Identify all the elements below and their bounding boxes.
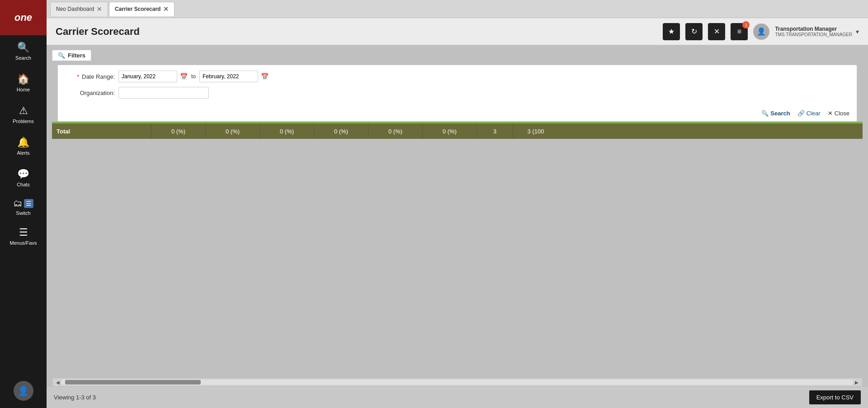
page-header: Carrier Scorecard ★ ↻ ✕ ≡ 1 👤 Transporta… xyxy=(47,18,868,45)
user-avatar-header: 👤 xyxy=(753,24,769,40)
refresh-button[interactable]: ↻ xyxy=(685,23,703,40)
tab-neo-dashboard[interactable]: Neo Dashboard ✕ xyxy=(50,2,108,16)
sidebar-label-home: Home xyxy=(17,87,30,92)
favorite-button[interactable]: ★ xyxy=(663,23,680,40)
refresh-icon: ↻ xyxy=(691,27,697,36)
sidebar-label-switch: Switch xyxy=(16,210,30,216)
total-col-6: 0 (%) xyxy=(423,123,477,139)
sidebar-label-alerts: Alerts xyxy=(17,150,29,156)
menu-icon: ☰ xyxy=(19,227,28,238)
logo-text: one xyxy=(14,12,32,24)
date-to-input[interactable] xyxy=(199,71,258,82)
scroll-track[interactable] xyxy=(61,380,853,385)
sidebar-item-search[interactable]: 🔍 Search xyxy=(0,35,47,67)
dropdown-arrow-icon[interactable]: ▾ xyxy=(856,28,859,35)
total-col-3: 0 (%) xyxy=(260,123,314,139)
sidebar-item-problems[interactable]: ⚠ Problems xyxy=(0,99,47,130)
chat-icon: 💬 xyxy=(17,168,29,180)
bell-icon: 🔔 xyxy=(17,137,29,148)
close-filter-icon: ✕ xyxy=(828,110,833,117)
calendar-from-icon[interactable]: 📅 xyxy=(180,73,188,80)
avatar-icon: 👤 xyxy=(18,385,29,396)
green-indicator-line xyxy=(52,122,863,123)
tab-neo-dashboard-close[interactable]: ✕ xyxy=(97,6,102,12)
warning-icon: ⚠ xyxy=(19,105,28,117)
close-icon: ✕ xyxy=(714,27,720,36)
calendar-to-icon[interactable]: 📅 xyxy=(261,73,269,80)
date-from-input[interactable] xyxy=(118,71,177,82)
date-range-row: * Date Range: 📅 to 📅 xyxy=(65,71,849,82)
horizontal-scrollbar[interactable]: ◀ ▶ xyxy=(52,378,863,387)
filter-panel: * Date Range: 📅 to 📅 Organization: xyxy=(57,65,857,122)
export-btn-label: Export to CSV xyxy=(816,394,854,401)
to-separator: to xyxy=(191,73,196,80)
required-indicator: * xyxy=(77,73,79,80)
viewing-count: Viewing 1-3 of 3 xyxy=(54,394,96,401)
home-icon: 🏠 xyxy=(17,73,29,85)
sidebar-item-alerts[interactable]: 🔔 Alerts xyxy=(0,130,47,162)
filter-tab-label: Filters xyxy=(68,52,85,59)
tab-carrier-scorecard-close[interactable]: ✕ xyxy=(163,6,169,12)
clear-btn-icon: 🔗 xyxy=(797,110,805,117)
total-col-5: 0 (%) xyxy=(368,123,423,139)
sidebar-item-switch[interactable]: 🗂 ☰ Switch xyxy=(0,194,47,220)
close-filter-button[interactable]: ✕ Close xyxy=(828,110,849,117)
sidebar-item-chats[interactable]: 💬 Chats xyxy=(0,162,47,194)
tab-neo-dashboard-label: Neo Dashboard xyxy=(56,6,94,12)
sidebar-item-menus[interactable]: ☰ Menus/Favs xyxy=(0,220,47,252)
user-info-section[interactable]: Transportation Manager TMS.TRANSPORTATIO… xyxy=(775,26,859,37)
total-count-cell: 3 xyxy=(477,123,513,139)
scroll-thumb[interactable] xyxy=(65,380,201,384)
date-from-group: 📅 xyxy=(118,71,188,82)
close-filter-label: Close xyxy=(835,110,849,117)
filter-search-icon: 🔍 xyxy=(58,52,65,59)
switch-list-icon: ☰ xyxy=(24,199,33,208)
tab-carrier-scorecard-label: Carrier Scorecard xyxy=(115,6,160,12)
sidebar-label-menus: Menus/Favs xyxy=(10,240,37,246)
total-label: Total xyxy=(57,128,70,135)
clear-btn-label: Clear xyxy=(807,110,821,117)
total-total-cell: 3 (100 xyxy=(513,123,558,139)
total-label-cell: Total xyxy=(52,123,151,139)
main-content: Neo Dashboard ✕ Carrier Scorecard ✕ Carr… xyxy=(47,0,868,408)
content-area: 🔍 Filters * Date Range: 📅 to xyxy=(47,45,868,408)
notifications-button[interactable]: ≡ 1 xyxy=(731,23,748,40)
organization-row: Organization: xyxy=(65,87,849,99)
user-name: Transportation Manager xyxy=(775,26,852,32)
table-total-row: Total 0 (%) 0 (%) 0 (%) 0 (%) 0 (%) 0 (%… xyxy=(52,123,863,139)
organization-label: Organization: xyxy=(65,90,115,96)
search-icon: 🔍 xyxy=(17,42,29,53)
total-col-1: 0 (%) xyxy=(151,123,206,139)
close-page-button[interactable]: ✕ xyxy=(708,23,725,40)
user-role: TMS.TRANSPORTATION_MANAGER xyxy=(775,32,852,37)
notification-badge: 1 xyxy=(742,21,750,28)
scroll-right-arrow[interactable]: ▶ xyxy=(853,380,860,385)
total-col-2: 0 (%) xyxy=(206,123,260,139)
search-btn-label: Search xyxy=(770,110,790,117)
empty-content-area xyxy=(52,139,863,378)
filter-container: 🔍 Filters * Date Range: 📅 to xyxy=(52,50,863,122)
scroll-left-arrow[interactable]: ◀ xyxy=(54,380,61,385)
tab-bar: Neo Dashboard ✕ Carrier Scorecard ✕ xyxy=(47,0,868,18)
search-btn-icon: 🔍 xyxy=(761,110,769,117)
date-to-group: 📅 xyxy=(199,71,269,82)
clear-button[interactable]: 🔗 Clear xyxy=(797,110,821,117)
filter-actions: 🔍 Search 🔗 Clear ✕ Close xyxy=(761,110,849,117)
sidebar-item-home[interactable]: 🏠 Home xyxy=(0,67,47,99)
sidebar: one 🔍 Search 🏠 Home ⚠ Problems 🔔 Alerts … xyxy=(0,0,47,408)
app-logo[interactable]: one xyxy=(0,0,47,35)
switch-icons: 🗂 ☰ xyxy=(13,198,33,209)
star-icon: ★ xyxy=(668,27,675,36)
page-title: Carrier Scorecard xyxy=(56,26,657,38)
user-avatar-sidebar[interactable]: 👤 xyxy=(14,381,33,401)
total-col-4: 0 (%) xyxy=(314,123,368,139)
sidebar-label-search: Search xyxy=(15,55,31,61)
organization-input[interactable] xyxy=(118,87,209,99)
date-range-label: * Date Range: xyxy=(65,73,115,80)
filter-tab[interactable]: 🔍 Filters xyxy=(52,50,91,61)
tab-carrier-scorecard[interactable]: Carrier Scorecard ✕ xyxy=(109,2,175,16)
user-info: Transportation Manager TMS.TRANSPORTATIO… xyxy=(775,26,852,37)
search-button[interactable]: 🔍 Search xyxy=(761,110,790,117)
export-csv-button[interactable]: Export to CSV xyxy=(809,390,861,404)
switch-card-icon: 🗂 xyxy=(13,198,22,209)
